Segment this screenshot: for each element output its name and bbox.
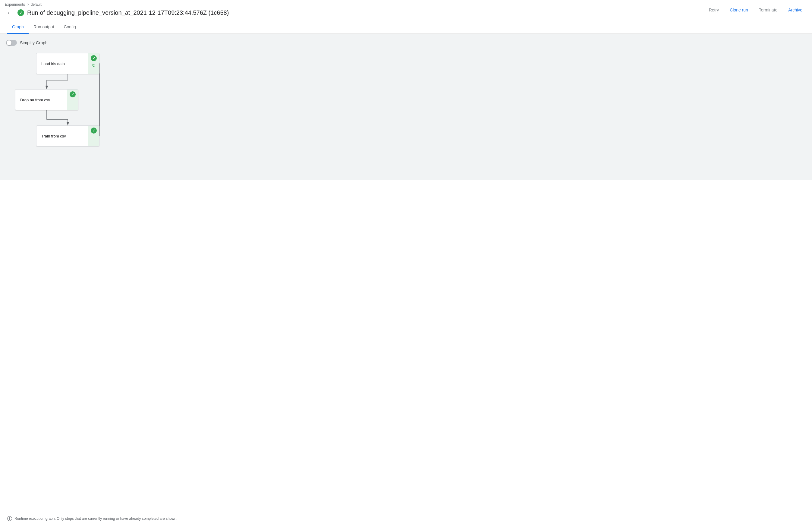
- node-load-iris-label: Load iris data: [37, 53, 88, 74]
- drop-na-check-icon: [70, 91, 76, 97]
- archive-button[interactable]: Archive: [786, 6, 805, 14]
- tabs-bar: Graph Run output Config: [0, 20, 812, 34]
- top-bar: Experiments > default ← Run of debugging…: [0, 0, 812, 20]
- breadcrumb-experiments[interactable]: Experiments: [5, 2, 25, 6]
- title-row: ← Run of debugging_pipeline_version_at_2…: [5, 8, 229, 17]
- node-drop-na[interactable]: Drop na from csv: [15, 89, 78, 110]
- load-iris-check-icon: [91, 55, 97, 61]
- bottom-note: i Runtime execution graph. Only steps th…: [7, 516, 177, 521]
- retry-button[interactable]: Retry: [707, 6, 721, 14]
- simplify-row: Simplify Graph: [6, 40, 806, 46]
- info-icon: i: [7, 516, 12, 521]
- terminate-button[interactable]: Terminate: [756, 6, 780, 14]
- load-iris-refresh-icon: ↻: [92, 63, 96, 68]
- node-train-csv-status: [88, 126, 99, 146]
- graph-container: Simplify Graph Load iris data: [0, 34, 812, 180]
- train-csv-check-icon: [91, 128, 97, 133]
- pipeline-canvas: Load iris data ↻ Drop na from csv Train …: [6, 53, 127, 174]
- breadcrumb: Experiments > default: [5, 2, 229, 6]
- simplify-label: Simplify Graph: [20, 40, 48, 45]
- header-left: Experiments > default ← Run of debugging…: [5, 2, 229, 17]
- node-drop-na-status: [67, 89, 78, 110]
- clone-run-button[interactable]: Clone run: [727, 6, 751, 14]
- breadcrumb-default[interactable]: default: [31, 2, 42, 6]
- tab-run-output[interactable]: Run output: [29, 20, 59, 34]
- top-actions: Retry Clone run Terminate Archive: [707, 6, 805, 14]
- breadcrumb-separator: >: [27, 2, 29, 6]
- page-title: Run of debugging_pipeline_version_at_202…: [27, 9, 229, 16]
- run-status-icon: [17, 9, 24, 16]
- node-train-csv-label: Train from csv: [37, 126, 88, 146]
- back-button[interactable]: ←: [5, 8, 14, 17]
- simplify-toggle[interactable]: [6, 40, 17, 46]
- node-load-iris[interactable]: Load iris data ↻: [36, 53, 100, 74]
- tab-graph[interactable]: Graph: [7, 20, 29, 34]
- node-drop-na-label: Drop na from csv: [15, 89, 67, 110]
- node-train-csv[interactable]: Train from csv: [36, 125, 100, 146]
- bottom-note-text: Runtime execution graph. Only steps that…: [14, 516, 177, 521]
- node-load-iris-status: ↻: [88, 53, 99, 74]
- tab-config[interactable]: Config: [59, 20, 81, 34]
